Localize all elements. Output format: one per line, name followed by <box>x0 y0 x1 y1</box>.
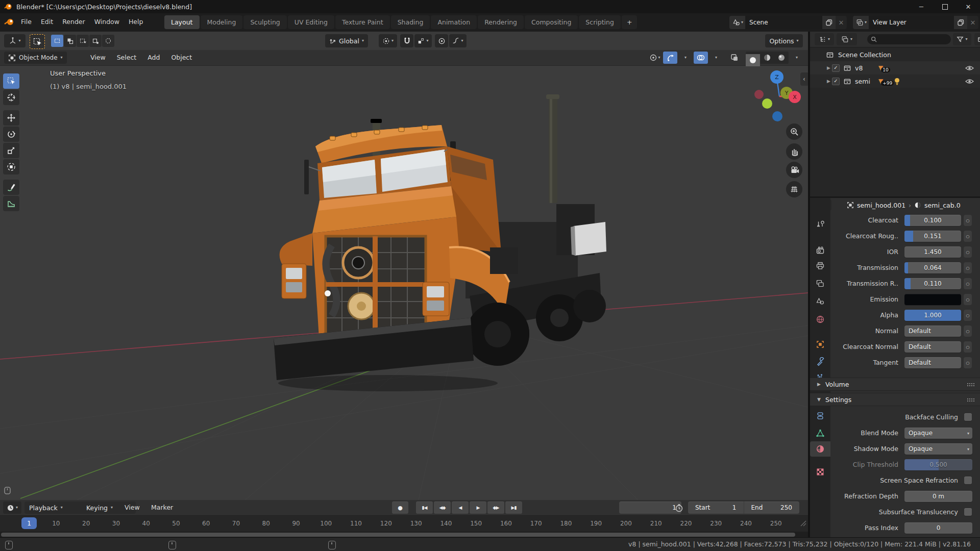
field-Transmission R..[interactable]: 0.110 <box>904 278 961 289</box>
record-button[interactable]: ● <box>392 502 408 514</box>
tool-annotate[interactable] <box>3 180 19 195</box>
workspace-tab-texture-paint[interactable]: Texture Paint <box>335 15 390 29</box>
pan-hand-button[interactable] <box>786 143 802 160</box>
remove-view-layer-button[interactable]: ✕ <box>967 16 978 29</box>
timeline-menu-marker[interactable]: Marker <box>146 500 178 515</box>
breadcrumb-material[interactable]: semi_cab.0 <box>924 202 961 209</box>
select-mode-0[interactable] <box>51 35 63 47</box>
properties-tab-output[interactable] <box>810 258 830 273</box>
tool-measure[interactable] <box>3 196 19 211</box>
workspace-tab-uv-editing[interactable]: UV Editing <box>288 15 334 29</box>
field-IOR[interactable]: 1.450 <box>904 246 961 258</box>
keyframe-dot-button[interactable]: ○ <box>964 278 972 289</box>
field-Transmission[interactable]: 0.064 <box>904 262 961 273</box>
drag-handle-icon[interactable] <box>967 383 975 387</box>
jump-to-start-button[interactable]: ▮◀ <box>416 502 433 514</box>
drag-handle-icon[interactable] <box>967 398 975 402</box>
camera-view-button[interactable] <box>786 162 802 178</box>
menu-help[interactable]: Help <box>124 13 148 31</box>
color-field-Emission[interactable] <box>904 294 961 305</box>
menu-render[interactable]: Render <box>58 13 90 31</box>
axis-negative-y[interactable] <box>762 98 772 109</box>
field-Alpha[interactable]: 1.000 <box>904 310 961 321</box>
outliner-row-v8[interactable]: ▶ ✓ v8 ▼10 <box>810 61 980 74</box>
xray-toggle[interactable] <box>727 52 742 64</box>
unlink-scene-button[interactable]: ✕ <box>836 16 847 29</box>
timeline-ruler[interactable]: 1102030405060708090100110120130140150160… <box>0 515 808 532</box>
active-tool-select-box-button[interactable] <box>30 34 45 49</box>
viewport-menu-select[interactable]: Select <box>111 50 142 65</box>
checkbox-Subsurface Translucency[interactable] <box>964 508 972 516</box>
properties-tab-world[interactable] <box>810 312 830 327</box>
tool-move[interactable] <box>3 110 19 126</box>
workspace-tab-modeling[interactable]: Modeling <box>201 15 243 29</box>
field-Clearcoat[interactable]: 0.100 <box>904 215 961 226</box>
field-Tangent[interactable]: Default <box>904 357 961 368</box>
current-frame-indicator[interactable]: 1 <box>21 517 37 529</box>
keyframe-dot-button[interactable]: ○ <box>964 357 972 368</box>
options-dropdown[interactable]: Options▾ <box>765 34 803 47</box>
timeline-scrollbar[interactable] <box>0 532 808 537</box>
properties-tab-material[interactable] <box>810 441 830 457</box>
outliner-display-mode-dropdown[interactable]: ▾ <box>837 33 857 45</box>
properties-tab-object-data[interactable] <box>810 425 830 441</box>
expand-arrow-icon[interactable]: ▶ <box>827 79 832 84</box>
timeline-menu-playback[interactable]: Playback▾ <box>24 502 88 514</box>
editor-type-outliner-button[interactable]: ▾ <box>815 33 834 45</box>
hide-in-viewport-toggle[interactable] <box>965 65 974 71</box>
next-keyframe-button[interactable]: ◆▶ <box>487 502 504 514</box>
keyframe-dot-button[interactable]: ○ <box>964 215 972 226</box>
view-layer-name-field[interactable]: View Layer <box>869 16 954 29</box>
keyframe-dot-button[interactable]: ○ <box>964 294 972 305</box>
mode-dropdown[interactable]: Object Mode▾ <box>4 52 67 64</box>
keyframe-dot-button[interactable]: ○ <box>964 231 972 242</box>
properties-tab-object[interactable] <box>810 337 830 352</box>
pivot-point-dropdown[interactable]: ▾ <box>379 34 397 47</box>
eye-icon[interactable] <box>965 79 974 84</box>
outliner-search-input[interactable] <box>867 34 951 44</box>
viewport-menu-view[interactable]: View <box>85 50 111 65</box>
editor-corner-icon[interactable] <box>4 487 11 495</box>
maximize-button[interactable] <box>933 0 957 13</box>
properties-tab-texture[interactable] <box>810 464 830 480</box>
field-Clip Threshold[interactable]: 0.500 <box>904 459 972 470</box>
viewport-menu-object[interactable]: Object <box>165 50 198 65</box>
outliner-row-scene-collection[interactable]: Scene Collection <box>810 48 980 61</box>
hide-in-viewport-toggle[interactable] <box>965 79 974 84</box>
gizmo-dropdown[interactable]: ▾ <box>678 52 693 64</box>
tool-transform[interactable] <box>3 159 19 174</box>
panel-settings[interactable]: ▼Settings <box>810 393 980 406</box>
checkbox-Backface Culling[interactable] <box>964 413 972 421</box>
resize-corner-icon[interactable] <box>799 519 806 527</box>
tool-rotate[interactable] <box>3 127 19 142</box>
tool-cursor[interactable] <box>3 90 19 105</box>
snap-magnet-toggle[interactable] <box>400 34 413 47</box>
axis-negative-z[interactable] <box>772 111 782 121</box>
jump-to-end-button[interactable]: ▶▮ <box>505 502 522 514</box>
eye-icon[interactable] <box>965 65 974 71</box>
field-Clearcoat Normal[interactable]: Default <box>904 341 961 353</box>
keyframe-dot-button[interactable]: ○ <box>964 262 972 273</box>
field-Blend Mode[interactable]: Opaque▾ <box>904 428 972 439</box>
proportional-editing-toggle[interactable] <box>435 34 448 47</box>
select-mode-4[interactable] <box>102 35 114 47</box>
minimize-button[interactable]: ─ <box>910 0 933 13</box>
keyframe-dot-button[interactable]: ○ <box>964 341 972 353</box>
select-mode-2[interactable] <box>77 35 89 47</box>
field-Refraction Depth[interactable]: 0 m <box>904 491 972 502</box>
view-layer-icon[interactable]: ▾ <box>853 16 869 29</box>
properties-tab-view-layer[interactable] <box>810 276 830 291</box>
properties-tab-tool[interactable] <box>810 217 830 233</box>
timeline-menu-view[interactable]: View <box>119 500 145 515</box>
properties-tab-modifiers[interactable] <box>810 354 830 369</box>
workspace-tab-animation[interactable]: Animation <box>431 15 477 29</box>
workspace-tab-shading[interactable]: Shading <box>391 15 430 29</box>
field-Pass Index[interactable]: 0 <box>904 522 972 534</box>
timeline-scrollbar-handle[interactable] <box>1 533 795 537</box>
menu-edit[interactable]: Edit <box>36 13 58 31</box>
transform-orientation-dropdown[interactable]: Global▾ <box>325 34 368 47</box>
show-overlays-toggle[interactable] <box>694 52 708 64</box>
zoom-button[interactable] <box>786 123 802 140</box>
new-scene-button[interactable] <box>822 16 836 29</box>
preview-range-clock-icon[interactable] <box>675 504 683 512</box>
